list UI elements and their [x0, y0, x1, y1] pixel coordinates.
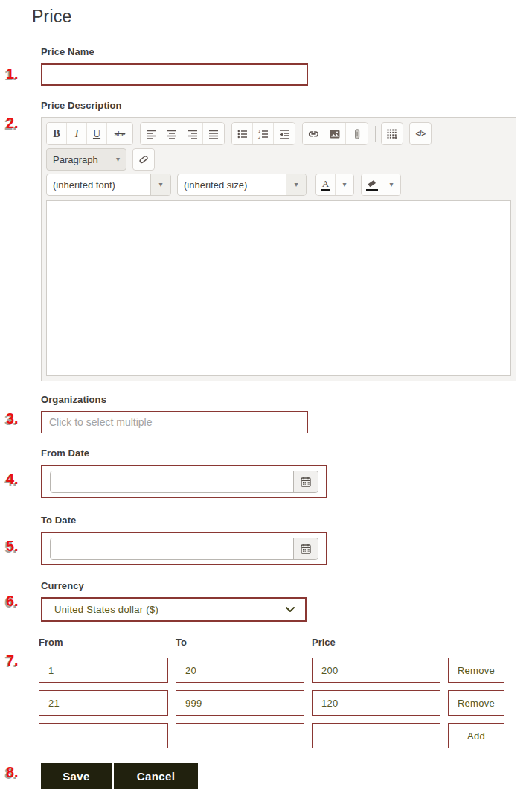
- italic-button[interactable]: I: [67, 123, 87, 144]
- align-justify-icon: [208, 128, 219, 140]
- tier-price-input[interactable]: [312, 723, 440, 748]
- price-name-label: Price Name: [41, 46, 517, 57]
- annotation-7: 7.: [6, 652, 19, 669]
- from-date-input-wrap: [50, 471, 318, 493]
- insert-group: [302, 122, 368, 145]
- editor-content-area[interactable]: [46, 200, 511, 376]
- save-button[interactable]: Save: [41, 763, 112, 789]
- annotation-8: 8.: [6, 764, 19, 781]
- annotation-2: 2.: [6, 115, 19, 132]
- align-left-button[interactable]: [141, 123, 161, 144]
- price-form-page: Price 1. Price Name 2. Price Description…: [0, 0, 532, 789]
- price-name-input[interactable]: [41, 63, 308, 86]
- to-date-widget: [41, 532, 327, 565]
- numbered-list-button[interactable]: 12: [253, 123, 274, 144]
- font-family-combo[interactable]: (inherited font) ▾: [46, 174, 171, 196]
- text-color-button[interactable]: A: [316, 174, 336, 195]
- table-row: Remove: [39, 690, 517, 716]
- to-date-calendar-button[interactable]: [293, 538, 318, 559]
- insert-table-button[interactable]: [381, 122, 403, 145]
- currency-select[interactable]: United States dollar ($): [41, 597, 307, 622]
- bullet-list-button[interactable]: [232, 123, 253, 144]
- image-button[interactable]: [324, 123, 346, 144]
- tier-price-input[interactable]: [312, 658, 440, 683]
- price-column-header: Price: [312, 637, 440, 648]
- organizations-label: Organizations: [41, 394, 517, 405]
- currency-label: Currency: [41, 580, 517, 591]
- to-date-label: To Date: [41, 515, 517, 526]
- align-justify-button[interactable]: [203, 123, 224, 144]
- table-row: Add: [39, 723, 517, 748]
- price-table-header: From To Price: [39, 637, 517, 648]
- price-tiers-section: 7. From To Price Remove Remove Add: [41, 637, 517, 748]
- font-size-value: (inherited size): [178, 174, 286, 195]
- from-date-input[interactable]: [51, 471, 293, 492]
- source-code-button[interactable]: </>: [409, 122, 432, 145]
- annotation-5: 5.: [6, 538, 19, 555]
- editor-toolbar-row-3: (inherited font) ▾ (inherited size) ▾ A …: [46, 174, 511, 196]
- currency-selected-value: United States dollar ($): [54, 604, 158, 615]
- from-date-section: 4. From Date: [41, 448, 517, 498]
- chevron-down-icon: ▾: [286, 174, 306, 195]
- tier-to-input[interactable]: [176, 658, 304, 683]
- to-date-input-wrap: [50, 538, 318, 560]
- font-size-combo[interactable]: (inherited size) ▾: [177, 174, 307, 196]
- chevron-down-icon: ▾: [342, 181, 346, 188]
- alignment-group: [140, 122, 225, 145]
- chevron-down-icon: ▾: [150, 174, 170, 195]
- currency-section: 6. Currency United States dollar ($): [41, 580, 517, 622]
- paragraph-format-value: Paragraph: [53, 154, 98, 165]
- numbered-list-icon: 12: [257, 128, 269, 140]
- highlight-icon: [366, 179, 378, 191]
- organizations-section: 3. Organizations: [41, 394, 517, 433]
- form-actions: 8. Save Cancel: [41, 763, 517, 789]
- tier-from-input[interactable]: [39, 658, 168, 683]
- annotation-1: 1.: [6, 66, 19, 83]
- from-date-label: From Date: [41, 448, 517, 459]
- table-row: Remove: [39, 658, 517, 683]
- link-icon: [307, 128, 320, 140]
- paragraph-format-dropdown[interactable]: Paragraph ▾: [46, 148, 126, 171]
- text-style-group: B I U abe: [46, 122, 133, 145]
- from-date-calendar-button[interactable]: [293, 471, 318, 492]
- align-right-icon: [187, 128, 199, 140]
- tier-price-input[interactable]: [312, 690, 440, 716]
- chevron-down-icon: ▾: [389, 181, 393, 188]
- price-description-section: 2. Price Description B I U abe: [41, 100, 517, 381]
- strikethrough-button[interactable]: abe: [107, 123, 132, 144]
- align-right-button[interactable]: [182, 123, 203, 144]
- calendar-icon: [300, 543, 312, 555]
- indent-icon: [278, 128, 290, 140]
- remove-row-button[interactable]: Remove: [448, 658, 504, 683]
- calendar-icon: [300, 476, 312, 488]
- text-color-dropdown-button[interactable]: ▾: [336, 174, 353, 195]
- annotation-4: 4.: [6, 471, 19, 488]
- background-color-dropdown-button[interactable]: ▾: [382, 174, 400, 195]
- background-color-button[interactable]: [362, 174, 382, 195]
- text-color-group: A ▾: [315, 174, 354, 196]
- to-date-section: 5. To Date: [41, 515, 517, 565]
- list-group: 12: [231, 122, 295, 145]
- underline-button[interactable]: U: [87, 123, 107, 144]
- to-date-input[interactable]: [51, 538, 293, 559]
- align-center-button[interactable]: [161, 123, 182, 144]
- price-description-label: Price Description: [41, 100, 517, 111]
- tier-to-input[interactable]: [176, 690, 304, 716]
- bold-button[interactable]: B: [47, 123, 67, 144]
- tier-to-input[interactable]: [176, 723, 304, 748]
- tier-from-input[interactable]: [39, 690, 168, 716]
- editor-toolbar-row-2: Paragraph ▾: [46, 148, 511, 171]
- indent-button[interactable]: [274, 123, 295, 144]
- font-family-value: (inherited font): [47, 174, 150, 195]
- link-button[interactable]: [303, 123, 324, 144]
- remove-row-button[interactable]: Remove: [448, 690, 504, 716]
- organizations-input[interactable]: [41, 411, 308, 433]
- svg-text:1: 1: [258, 129, 260, 133]
- cancel-button[interactable]: Cancel: [114, 763, 198, 789]
- text-color-letter: A: [321, 178, 330, 191]
- tier-from-input[interactable]: [39, 723, 168, 748]
- clear-format-button[interactable]: [132, 148, 155, 171]
- table-grid-icon: [386, 128, 398, 140]
- add-row-button[interactable]: Add: [448, 723, 504, 748]
- attachment-button[interactable]: [346, 123, 368, 144]
